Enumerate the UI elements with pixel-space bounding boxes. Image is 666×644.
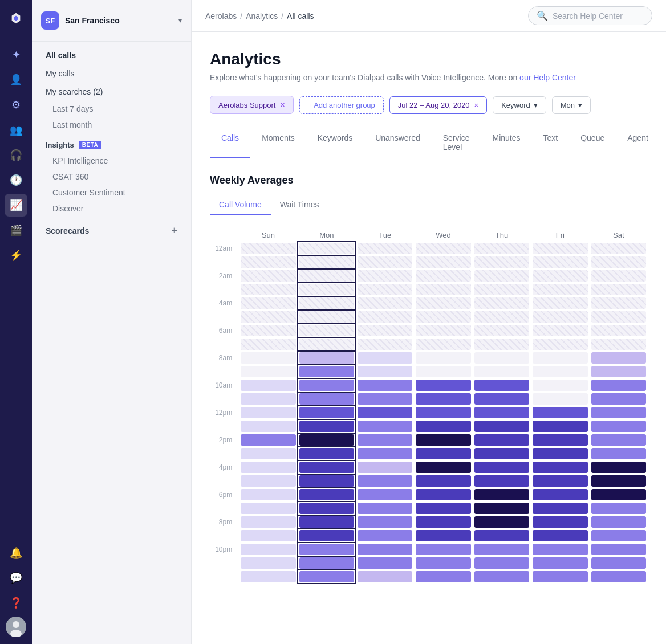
heatmap-cell-td[interactable] [414, 447, 472, 460]
heatmap-cell-td[interactable] [239, 515, 297, 529]
heatmap-cell-td[interactable] [239, 378, 297, 392]
tab-queue[interactable]: Queue [569, 128, 616, 158]
sidebar-sub-lastmonth[interactable]: Last month [32, 117, 191, 133]
heatmap-cell-td[interactable] [239, 556, 297, 570]
heatmap-cell-td[interactable] [298, 406, 356, 419]
heatmap-cell-td[interactable] [239, 255, 297, 269]
heatmap-cell-td[interactable] [414, 378, 472, 392]
sub-tab-call-volume[interactable]: Call Volume [210, 195, 271, 215]
heatmap-cell-td[interactable] [590, 255, 648, 269]
date-range-filter[interactable]: Jul 22 – Aug 20, 2020 × [389, 96, 487, 114]
tab-text[interactable]: Text [532, 128, 570, 158]
heatmap-cell-td[interactable] [531, 502, 589, 515]
heatmap-cell-td[interactable] [590, 378, 648, 392]
sidebar-item-my-searches[interactable]: My searches (2) [32, 83, 191, 101]
headset-icon[interactable]: 🎧 [5, 144, 27, 166]
help-center-link[interactable]: our Help Center [519, 73, 576, 82]
search-input[interactable] [553, 11, 644, 21]
heatmap-cell-td[interactable] [590, 447, 648, 460]
heatmap-cell-td[interactable] [531, 515, 589, 529]
heatmap-cell-td[interactable] [239, 242, 297, 255]
sidebar-item-discover[interactable]: Discover [32, 201, 191, 217]
heatmap-cell-td[interactable] [414, 310, 472, 324]
heatmap-cell-td[interactable] [414, 406, 472, 419]
heatmap-cell-td[interactable] [473, 570, 531, 584]
team-icon[interactable]: 👥 [5, 119, 27, 141]
remove-group-icon[interactable]: × [280, 100, 285, 109]
heatmap-cell-td[interactable] [531, 556, 589, 570]
heatmap-cell-td[interactable] [473, 488, 531, 502]
heatmap-cell-td[interactable] [356, 570, 414, 584]
heatmap-cell-td[interactable] [531, 269, 589, 283]
heatmap-cell-td[interactable] [531, 447, 589, 460]
integrations-icon[interactable]: ⚡ [5, 244, 27, 267]
heatmap-cell-td[interactable] [414, 502, 472, 515]
heatmap-cell-td[interactable] [473, 337, 531, 351]
tab-minutes[interactable]: Minutes [481, 128, 531, 158]
heatmap-cell-td[interactable] [298, 392, 356, 406]
user-avatar[interactable] [6, 617, 26, 637]
heatmap-cell-td[interactable] [473, 324, 531, 337]
heatmap-cell-td[interactable] [531, 255, 589, 269]
heatmap-cell-td[interactable] [298, 365, 356, 378]
heatmap-cell-td[interactable] [414, 433, 472, 447]
heatmap-cell-td[interactable] [356, 433, 414, 447]
heatmap-cell-td[interactable] [356, 310, 414, 324]
heatmap-cell-td[interactable] [414, 365, 472, 378]
history-icon[interactable]: 🕐 [5, 169, 27, 191]
heatmap-cell-td[interactable] [356, 324, 414, 337]
heatmap-cell-td[interactable] [356, 365, 414, 378]
heatmap-cell-td[interactable] [298, 556, 356, 570]
heatmap-cell-td[interactable] [239, 351, 297, 365]
heatmap-cell-td[interactable] [473, 255, 531, 269]
heatmap-cell-td[interactable] [239, 570, 297, 584]
heatmap-cell-td[interactable] [356, 460, 414, 474]
sidebar-item-sentiment[interactable]: Customer Sentiment [32, 185, 191, 201]
heatmap-cell-td[interactable] [590, 283, 648, 296]
heatmap-cell-td[interactable] [414, 460, 472, 474]
heatmap-cell-td[interactable] [298, 242, 356, 255]
heatmap-cell-td[interactable] [473, 406, 531, 419]
heatmap-cell-td[interactable] [414, 296, 472, 310]
heatmap-cell-td[interactable] [590, 419, 648, 433]
heatmap-cell-td[interactable] [414, 255, 472, 269]
tab-service-level[interactable]: Service Level [432, 128, 481, 158]
heatmap-cell-td[interactable] [239, 269, 297, 283]
heatmap-cell-td[interactable] [531, 543, 589, 556]
heatmap-cell-td[interactable] [356, 283, 414, 296]
heatmap-cell-td[interactable] [531, 488, 589, 502]
heatmap-cell-td[interactable] [531, 296, 589, 310]
heatmap-cell-td[interactable] [298, 447, 356, 460]
heatmap-cell-td[interactable] [590, 529, 648, 543]
heatmap-cell-td[interactable] [239, 324, 297, 337]
tab-unanswered[interactable]: Unanswered [364, 128, 432, 158]
heatmap-cell-td[interactable] [239, 488, 297, 502]
heatmap-cell-td[interactable] [239, 460, 297, 474]
heatmap-cell-td[interactable] [531, 529, 589, 543]
heatmap-cell-td[interactable] [414, 337, 472, 351]
sparkle-icon[interactable]: ✦ [5, 43, 27, 66]
heatmap-cell-td[interactable] [590, 242, 648, 255]
video-icon[interactable]: 🎬 [5, 219, 27, 242]
heatmap-cell-td[interactable] [414, 324, 472, 337]
heatmap-cell-td[interactable] [298, 570, 356, 584]
heatmap-cell-td[interactable] [298, 488, 356, 502]
heatmap-cell-td[interactable] [414, 474, 472, 488]
heatmap-cell-td[interactable] [239, 529, 297, 543]
heatmap-cell-td[interactable] [298, 502, 356, 515]
person-icon[interactable]: 👤 [5, 68, 27, 91]
heatmap-cell-td[interactable] [414, 570, 472, 584]
heatmap-cell-td[interactable] [298, 433, 356, 447]
heatmap-cell-td[interactable] [531, 365, 589, 378]
heatmap-cell-td[interactable] [298, 337, 356, 351]
heatmap-cell-td[interactable] [239, 392, 297, 406]
heatmap-cell-td[interactable] [590, 324, 648, 337]
heatmap-cell-td[interactable] [414, 529, 472, 543]
heatmap-cell-td[interactable] [531, 474, 589, 488]
heatmap-cell-td[interactable] [239, 310, 297, 324]
heatmap-cell-td[interactable] [473, 460, 531, 474]
heatmap-cell-td[interactable] [414, 392, 472, 406]
heatmap-cell-td[interactable] [356, 337, 414, 351]
heatmap-cell-td[interactable] [239, 447, 297, 460]
heatmap-cell-td[interactable] [298, 296, 356, 310]
